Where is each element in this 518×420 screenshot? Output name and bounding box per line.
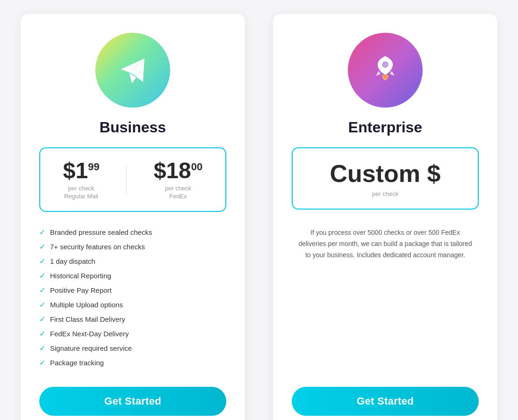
list-item: ✓FedEx Next-Day Delivery [39, 326, 226, 341]
business-regular-label: Regular Mail [63, 193, 100, 200]
check-icon: ✓ [39, 242, 45, 251]
check-icon: ✓ [39, 257, 45, 266]
enterprise-plan-name: Enterprise [348, 119, 422, 136]
business-fedex-price: $1800 per check FedEx [154, 159, 203, 200]
list-item: ✓Package tracking [39, 355, 226, 370]
list-item: ✓Historical Reporting [39, 268, 226, 283]
list-item: ✓Multiple Upload options [39, 297, 226, 312]
enterprise-icon [348, 33, 423, 108]
enterprise-get-started-button[interactable]: Get Started [292, 387, 479, 416]
check-icon: ✓ [39, 228, 45, 237]
business-fedex-sub: per check [154, 185, 203, 192]
business-get-started-button[interactable]: Get Started [39, 387, 226, 416]
check-icon: ✓ [39, 300, 45, 309]
list-item: ✓1 day dispatch [39, 254, 226, 268]
enterprise-custom-amount: Custom $ [330, 159, 441, 188]
pricing-container: Business $199 per check Regular Mail $18… [0, 0, 518, 420]
check-icon: ✓ [39, 358, 45, 367]
list-item: ✓7+ security features on checks [39, 239, 226, 254]
enterprise-price-sub: per check [330, 190, 441, 197]
business-features-list: ✓Branded pressure sealed checks✓7+ secur… [39, 225, 226, 370]
business-plan-name: Business [100, 119, 166, 136]
card-divider [245, 14, 273, 420]
list-item: ✓First Class Mail Delivery [39, 312, 226, 326]
business-regular-sub: per check [63, 185, 100, 192]
check-icon: ✓ [39, 344, 45, 353]
check-icon: ✓ [39, 329, 45, 338]
list-item: ✓Positive Pay Report [39, 283, 226, 297]
price-divider [126, 166, 127, 194]
enterprise-custom-price: Custom $ per check [330, 159, 441, 197]
enterprise-description: If you process over 5000 checks or over … [292, 227, 479, 261]
business-icon [95, 33, 170, 108]
check-icon: ✓ [39, 286, 45, 295]
enterprise-price-box: Custom $ per check [292, 147, 479, 210]
business-fedex-amount: $1800 [154, 159, 203, 182]
svg-point-0 [382, 62, 388, 67]
business-fedex-label: FedEx [154, 193, 203, 200]
check-icon: ✓ [39, 271, 45, 280]
business-regular-amount: $199 [63, 159, 100, 182]
list-item: ✓Branded pressure sealed checks [39, 225, 226, 239]
business-regular-price: $199 per check Regular Mail [63, 159, 100, 200]
enterprise-card: Enterprise Custom $ per check If you pro… [273, 14, 497, 420]
check-icon: ✓ [39, 315, 45, 324]
business-card: Business $199 per check Regular Mail $18… [21, 14, 245, 420]
list-item: ✓Signature required service [39, 341, 226, 355]
business-price-box: $199 per check Regular Mail $1800 per ch… [39, 147, 226, 212]
